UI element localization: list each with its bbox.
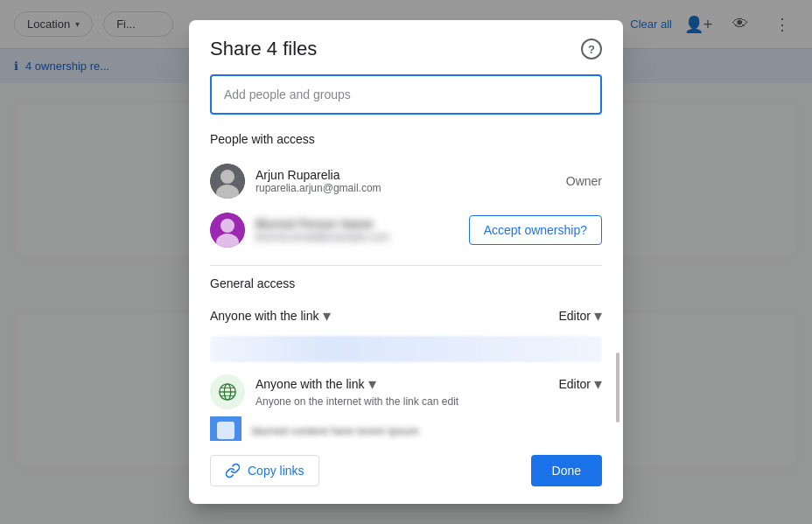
anyone-name-row[interactable]: Anyone with the link ▾: [256, 374, 548, 394]
avatar-img-1: [210, 164, 245, 199]
share-modal: Share 4 files ? People with access: [189, 20, 623, 504]
anyone-description: Anyone on the internet with the link can…: [256, 395, 548, 408]
svg-point-4: [220, 219, 234, 233]
help-button[interactable]: ?: [581, 38, 602, 59]
modal-body: People with access Arjun Ruparelia: [189, 74, 623, 441]
person-row-1: Arjun Ruparelia ruparelia.arjun@gmail.co…: [210, 157, 602, 206]
globe-icon: [210, 374, 245, 409]
anyone-role-arrow: ▾: [594, 374, 602, 394]
role-arrow: ▾: [594, 306, 602, 325]
blurred-link-row: [210, 336, 602, 362]
person-email-1: ruparelia.arjun@gmail.com: [256, 182, 556, 194]
partial-text: blurred content here lorem ipsum: [252, 424, 419, 437]
access-type-label: Anyone with the link: [210, 309, 319, 323]
anyone-info: Anyone with the link ▾ Anyone on the int…: [256, 374, 548, 408]
person-info-1: Arjun Ruparelia ruparelia.arjun@gmail.co…: [256, 168, 556, 194]
general-access-row[interactable]: Anyone with the link ▾ Editor ▾: [210, 301, 602, 331]
svg-point-1: [220, 170, 234, 184]
person-name-2-blurred: Blurred Person Name: [256, 217, 458, 231]
person-info-2: Blurred Person Name blurred.email@exampl…: [256, 217, 458, 243]
copy-links-button[interactable]: Copy links: [210, 455, 319, 486]
accept-ownership-button[interactable]: Accept ownership?: [469, 215, 602, 245]
people-section-label: People with access: [210, 132, 602, 146]
avatar-1: [210, 164, 245, 199]
divider-1: [210, 265, 602, 266]
search-container[interactable]: [210, 74, 602, 115]
person-name-1: Arjun Ruparelia: [256, 168, 556, 182]
access-type-select[interactable]: Anyone with the link ▾: [210, 306, 331, 325]
anyone-role-select[interactable]: Editor ▾: [558, 374, 602, 394]
role-select[interactable]: Editor ▾: [558, 306, 602, 325]
partial-avatar: [210, 416, 242, 441]
link-icon: [225, 463, 241, 479]
person-row-2: Blurred Person Name blurred.email@exampl…: [210, 206, 602, 255]
anyone-role-label: Editor: [558, 377, 591, 391]
anyone-dropdown-arrow: ▾: [368, 374, 376, 394]
copy-links-label: Copy links: [248, 464, 304, 478]
role-label: Editor: [558, 309, 591, 323]
general-access-label: General access: [210, 276, 602, 290]
modal-header: Share 4 files ?: [189, 20, 623, 74]
help-icon-text: ?: [588, 43, 595, 56]
avatar-img-2: [210, 213, 245, 248]
avatar-2: [210, 213, 245, 248]
done-button[interactable]: Done: [531, 455, 602, 486]
svg-rect-11: [217, 422, 234, 439]
person-role-1: Owner: [566, 174, 602, 188]
person-email-2-blurred: blurred.email@example.com: [256, 231, 458, 243]
modal-title: Share 4 files: [210, 38, 317, 60]
anyone-name-label: Anyone with the link: [256, 377, 365, 391]
anyone-with-link-row: Anyone with the link ▾ Anyone on the int…: [210, 367, 602, 416]
modal-footer: Copy links Done: [189, 441, 623, 504]
scroll-indicator[interactable]: [616, 353, 620, 423]
access-type-arrow: ▾: [323, 306, 331, 325]
modal-overlay: Share 4 files ? People with access: [0, 0, 812, 524]
add-people-input[interactable]: [224, 87, 588, 101]
partial-bottom-row: blurred content here lorem ipsum: [210, 416, 602, 441]
